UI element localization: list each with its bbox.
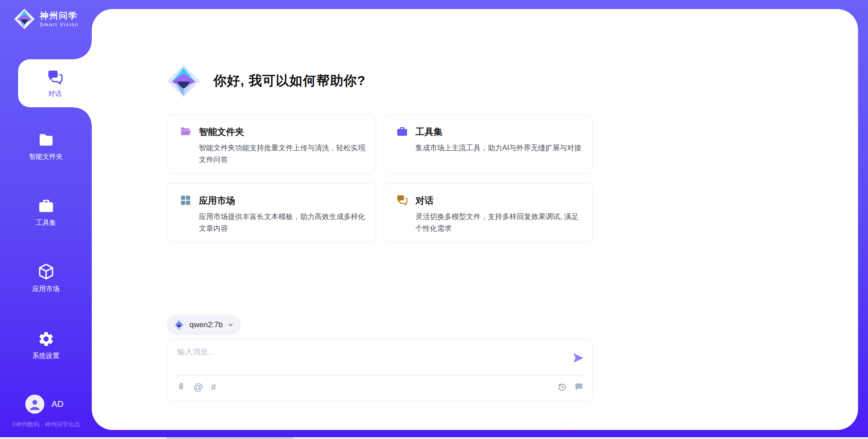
card-app-market[interactable]: 应用市场 应用市场提供丰富长文本模板，助力高效生成多样化文章内容 bbox=[167, 183, 376, 243]
sidebar-item-label: 工具集 bbox=[36, 219, 56, 227]
mention-button[interactable]: @ bbox=[193, 382, 203, 391]
send-button[interactable] bbox=[571, 351, 585, 365]
app-root: 神州问学 Smart Vision 对话 智能文件夹 工具集 应用市场 系统设置 bbox=[0, 0, 868, 439]
app-subtitle: Smart Vision bbox=[40, 22, 79, 27]
card-description: 集成市场上主流工具，助力AI与外界无缝扩展与对接 bbox=[415, 142, 582, 154]
sidebar-item-label: 对话 bbox=[48, 90, 62, 98]
gear-icon bbox=[38, 330, 55, 348]
feedback-button[interactable] bbox=[574, 382, 584, 392]
folder-icon bbox=[38, 131, 55, 148]
sidebar-item-label: 智能文件夹 bbox=[29, 153, 63, 161]
send-icon bbox=[571, 351, 585, 365]
card-title: 智能文件夹 bbox=[199, 126, 366, 138]
open-folder-icon bbox=[179, 125, 192, 138]
message-composer: @ # bbox=[167, 339, 593, 401]
card-toolset[interactable]: 工具集 集成市场上主流工具，助力AI与外界无缝扩展与对接 bbox=[383, 115, 593, 174]
sidebar-item-label: 系统设置 bbox=[33, 352, 60, 360]
avatar bbox=[25, 395, 44, 414]
chat-bubbles-icon bbox=[396, 194, 408, 206]
sidebar-item-app-market[interactable]: 应用市场 bbox=[0, 262, 92, 293]
chat-bubbles-icon bbox=[47, 69, 64, 86]
chat-bubble-icon bbox=[574, 382, 584, 392]
card-description: 应用市场提供丰富长文本模板，助力高效生成多样化文章内容 bbox=[199, 211, 366, 234]
sidebar-item-settings[interactable]: 系统设置 bbox=[0, 330, 92, 360]
sidebar-item-label: 应用市场 bbox=[33, 285, 60, 293]
paperclip-icon bbox=[176, 382, 186, 391]
scrollbar-thumb[interactable] bbox=[166, 437, 293, 439]
assistant-logo-icon bbox=[166, 64, 201, 98]
hashtag-button[interactable]: # bbox=[211, 382, 216, 391]
greeting: 你好, 我可以如何帮助你? bbox=[166, 64, 366, 98]
brand: 神州问学 Smart Vision bbox=[14, 8, 79, 30]
card-title: 工具集 bbox=[415, 126, 582, 138]
horizontal-scrollbar bbox=[0, 437, 868, 439]
composer-actions bbox=[557, 382, 584, 392]
sidebar-item-smart-folder[interactable]: 智能文件夹 bbox=[0, 131, 92, 161]
app-title: 神州问学 bbox=[40, 11, 79, 21]
message-input[interactable] bbox=[176, 346, 558, 373]
sidebar-item-toolset[interactable]: 工具集 bbox=[0, 197, 92, 227]
model-logo-icon bbox=[173, 319, 185, 331]
feature-cards: 智能文件夹 智能文件夹功能支持批量文件上传与清洗，轻松实现文件问答 工具集 集成… bbox=[167, 115, 593, 243]
user-name: AD bbox=[52, 399, 63, 409]
card-description: 灵活切换多模型文件，支持多样回复效果调试, 满足个性化需求 bbox=[415, 211, 582, 234]
card-title: 应用市场 bbox=[199, 195, 366, 207]
greeting-title: 你好, 我可以如何帮助你? bbox=[213, 72, 366, 90]
cube-icon bbox=[37, 262, 55, 281]
attachment-button[interactable] bbox=[176, 382, 186, 391]
card-description: 智能文件夹功能支持批量文件上传与清洗，轻松实现文件问答 bbox=[199, 142, 366, 166]
chevron-down-icon bbox=[227, 322, 234, 328]
card-title: 对话 bbox=[415, 195, 582, 207]
toolbox-icon bbox=[396, 125, 408, 138]
history-icon bbox=[557, 382, 567, 392]
app-grid-icon bbox=[179, 194, 192, 206]
card-smart-folder[interactable]: 智能文件夹 智能文件夹功能支持批量文件上传与清洗，轻松实现文件问答 bbox=[167, 115, 376, 174]
history-button[interactable] bbox=[557, 382, 567, 392]
composer-tools: @ # bbox=[176, 382, 216, 391]
brand-logo-icon bbox=[14, 8, 35, 30]
card-chat[interactable]: 对话 灵活切换多模型文件，支持多样回复效果调试, 满足个性化需求 bbox=[383, 183, 593, 243]
user-profile[interactable]: AD bbox=[25, 395, 63, 414]
toolbox-icon bbox=[38, 197, 55, 215]
model-selector[interactable]: qwen2:7b bbox=[167, 315, 241, 335]
composer-divider bbox=[175, 375, 585, 376]
model-name: qwen2:7b bbox=[189, 320, 223, 329]
sidebar-footer-text: ©神州数码 · 神州问学出品 bbox=[0, 420, 92, 429]
person-icon bbox=[25, 395, 44, 414]
sidebar-item-chat[interactable]: 对话 bbox=[18, 59, 92, 107]
